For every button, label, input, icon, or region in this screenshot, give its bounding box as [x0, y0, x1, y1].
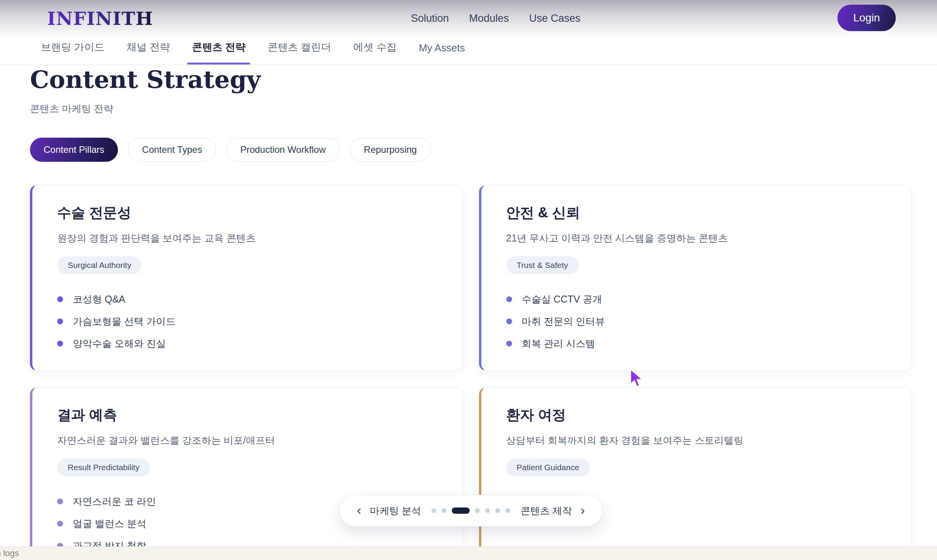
- pager-prev-label: 마케팅 분석: [370, 504, 421, 517]
- filter-repurposing[interactable]: Repurposing: [350, 138, 431, 162]
- status-bar: n logs: [0, 546, 937, 560]
- bullet-dot-icon: [57, 499, 63, 504]
- card-safety-trust[interactable]: 안전 & 신뢰 21년 무사고 이력과 안전 시스템을 증명하는 콘텐츠 Tru…: [479, 185, 912, 371]
- pager-next-label: 콘텐츠 제작: [521, 504, 572, 517]
- status-bar-text[interactable]: n logs: [0, 548, 19, 558]
- main-nav: Solution Modules Use Cases: [411, 12, 581, 24]
- tab-branding-guide[interactable]: 브랜딩 가이드: [41, 40, 104, 54]
- top-header: INFINITH Solution Modules Use Cases Logi…: [0, 0, 937, 40]
- card-title: 수술 전문성: [57, 203, 439, 222]
- tab-channel-strategy[interactable]: 채널 전략: [126, 40, 170, 54]
- bullet-dot-icon: [506, 341, 512, 346]
- pager-prev[interactable]: ‹ 마케팅 분석: [357, 504, 421, 517]
- page-heading: Content Strategy 콘텐츠 마케팅 전략: [0, 65, 937, 115]
- pager-dot[interactable]: [495, 508, 500, 513]
- list-item: 양악수술 오해와 진실: [57, 332, 439, 355]
- pager-dot[interactable]: [475, 508, 480, 513]
- tab-asset-collection[interactable]: 에셋 수집: [353, 40, 397, 54]
- pager-dot-active[interactable]: [452, 508, 470, 514]
- card-patient-journey[interactable]: 환자 여정 상담부터 회복까지의 환자 경험을 보여주는 스토리텔링 Patie…: [479, 387, 912, 560]
- filter-content-types[interactable]: Content Types: [128, 138, 216, 162]
- card-badge: Patient Guidance: [506, 458, 590, 476]
- page-title: Content Strategy: [30, 67, 937, 92]
- section-pager: ‹ 마케팅 분석 콘텐츠 제작 ›: [339, 495, 602, 527]
- pager-dot[interactable]: [505, 508, 510, 513]
- bullet-dot-icon: [57, 341, 63, 346]
- page-subtitle: 콘텐츠 마케팅 전략: [30, 102, 937, 115]
- filter-content-pillars[interactable]: Content Pillars: [30, 138, 118, 162]
- list-item: 수술실 CCTV 공개: [506, 288, 888, 310]
- nav-item-use-cases[interactable]: Use Cases: [529, 12, 581, 24]
- list-item: 마취 전문의 인터뷰: [506, 310, 888, 332]
- card-title: 결과 예측: [57, 406, 439, 425]
- card-topic-list: 수술실 CCTV 공개 마취 전문의 인터뷰 회복 관리 시스템: [506, 288, 888, 355]
- nav-item-modules[interactable]: Modules: [469, 12, 509, 24]
- card-topic-list: 코성형 Q&A 가슴보형물 선택 가이드 양악수술 오해와 진실: [57, 288, 439, 355]
- card-result-prediction[interactable]: 결과 예측 자연스러운 결과와 밸런스를 강조하는 비포/애프터 Result …: [30, 387, 463, 560]
- card-title: 안전 & 신뢰: [506, 203, 888, 222]
- card-badge: Result Predictability: [57, 458, 150, 476]
- filter-pills: Content Pillars Content Types Production…: [30, 138, 937, 162]
- card-surgical-expertise[interactable]: 수술 전문성 원장의 경험과 판단력을 보여주는 교육 콘텐츠 Surgical…: [30, 185, 463, 371]
- card-description: 자연스러운 결과와 밸런스를 강조하는 비포/애프터: [57, 434, 439, 447]
- pager-dot[interactable]: [485, 508, 490, 513]
- filter-production-workflow[interactable]: Production Workflow: [226, 138, 340, 162]
- bullet-dot-icon: [57, 521, 63, 527]
- brand-logo[interactable]: INFINITH: [47, 8, 153, 29]
- chevron-right-icon: ›: [581, 503, 585, 516]
- bullet-dot-icon: [57, 296, 63, 302]
- bullet-dot-icon: [506, 296, 512, 302]
- card-description: 원장의 경험과 판단력을 보여주는 교육 콘텐츠: [57, 232, 439, 245]
- bullet-dot-icon: [57, 318, 63, 324]
- section-tabbar: 브랜딩 가이드 채널 전략 콘텐츠 전략 콘텐츠 캘린더 에셋 수집 My As…: [0, 40, 937, 65]
- tab-content-strategy[interactable]: 콘텐츠 전략: [192, 40, 245, 54]
- card-badge: Trust & Safety: [506, 256, 579, 274]
- tab-my-assets[interactable]: My Assets: [419, 42, 465, 54]
- list-item: 회복 관리 시스템: [506, 332, 888, 355]
- nav-item-solution[interactable]: Solution: [411, 12, 449, 24]
- card-title: 환자 여정: [506, 406, 888, 425]
- chevron-left-icon: ‹: [357, 503, 361, 516]
- pager-dots: [432, 508, 510, 514]
- card-badge: Surgical Authority: [57, 256, 142, 274]
- bullet-dot-icon: [506, 318, 512, 324]
- card-description: 상담부터 회복까지의 환자 경험을 보여주는 스토리텔링: [506, 434, 888, 447]
- pager-dot[interactable]: [432, 508, 436, 513]
- pager-next[interactable]: 콘텐츠 제작 ›: [521, 504, 585, 517]
- login-button[interactable]: Login: [837, 5, 896, 31]
- list-item: 가슴보형물 선택 가이드: [57, 310, 439, 332]
- card-description: 21년 무사고 이력과 안전 시스템을 증명하는 콘텐츠: [506, 232, 888, 245]
- tab-content-calendar[interactable]: 콘텐츠 캘린더: [268, 40, 331, 54]
- list-item: 코성형 Q&A: [57, 288, 439, 310]
- pager-dot[interactable]: [442, 508, 446, 513]
